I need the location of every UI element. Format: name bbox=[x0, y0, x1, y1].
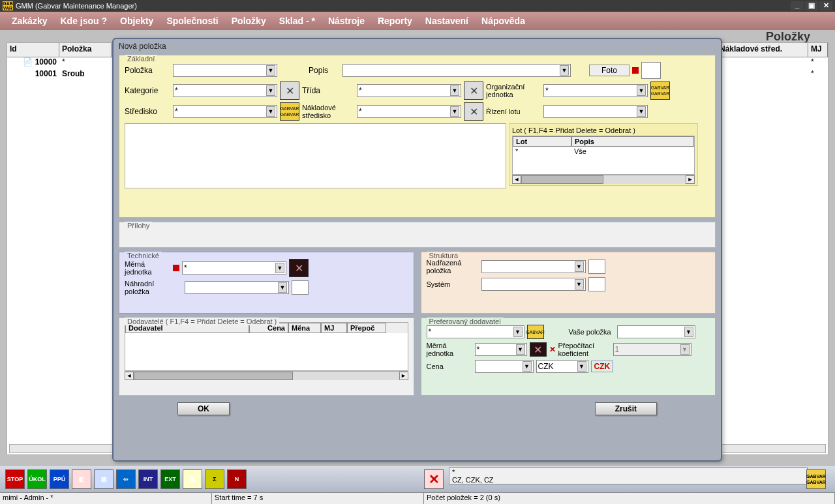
trida-x-icon[interactable]: ✕ bbox=[464, 82, 483, 100]
nahr-box[interactable] bbox=[292, 280, 309, 295]
status-start: Start time = 7 s bbox=[212, 493, 424, 504]
lbl-nadraz: Nadřazená položka bbox=[427, 259, 479, 274]
kategorie-combo[interactable]: *▼ bbox=[173, 84, 277, 97]
menu-sklad[interactable]: Sklad - * bbox=[273, 16, 322, 26]
minimize-button[interactable]: _ bbox=[791, 1, 804, 10]
mj-x-icon[interactable]: ✕ bbox=[289, 259, 309, 277]
dodav-grid[interactable]: Dodavatel Cena Měna MJ Přepoč bbox=[125, 322, 408, 371]
mj-combo[interactable]: *▼ bbox=[182, 261, 286, 274]
lbl-system: Systém bbox=[427, 280, 479, 288]
menu-zakazky[interactable]: Zakázky bbox=[5, 16, 53, 26]
org-gabvar-icon[interactable]: GABVARGABVAR bbox=[650, 82, 670, 100]
lbl-cena: Cena bbox=[427, 363, 472, 370]
polozka-combo[interactable]: ▼ bbox=[173, 64, 277, 77]
pmj-x-icon[interactable]: ✕ bbox=[530, 342, 547, 357]
bottom-toolbar: STOP ÚKOL PPÚ ◧ ▤ ⇦ INT EXT ▦ Σ N ✕ * CZ… bbox=[0, 466, 835, 492]
menu-spolecnosti[interactable]: Společnosti bbox=[160, 16, 224, 26]
new-item-dialog: Nová položka Základní Položka ▼ Popis ▼ … bbox=[112, 38, 722, 462]
mena-combo[interactable]: CZK▼ bbox=[536, 360, 588, 373]
lbl-rizeni: Řízení lotu bbox=[486, 108, 541, 115]
nakl-x-icon[interactable]: ✕ bbox=[464, 102, 483, 121]
big-x-icon[interactable]: ✕ bbox=[424, 469, 444, 489]
tool-icon-9[interactable]: ▦ bbox=[183, 469, 202, 489]
page-title: Položky bbox=[766, 30, 810, 44]
col-mj[interactable]: MJ bbox=[808, 43, 828, 57]
lbl-vase: Vaše položka bbox=[569, 328, 615, 336]
col-polozka[interactable]: Položka bbox=[59, 43, 112, 57]
n-icon[interactable]: N bbox=[227, 469, 247, 489]
status-count: Počet položek = 2 (0 s) bbox=[424, 493, 835, 504]
stredisko-combo[interactable]: *▼ bbox=[173, 105, 277, 118]
menu-napoveda[interactable]: Nápověda bbox=[475, 16, 532, 26]
dialog-title: Nová položka bbox=[114, 39, 721, 53]
nadraz-combo[interactable]: ▼ bbox=[481, 260, 586, 273]
menu-nastroje[interactable]: Nástroje bbox=[322, 16, 371, 26]
lbl-kategorie: Kategorie bbox=[125, 86, 170, 95]
menu-kdejsou[interactable]: Kde jsou ? bbox=[53, 16, 114, 26]
czk-badge: CZK bbox=[591, 361, 614, 372]
sigma-icon[interactable]: Σ bbox=[205, 469, 224, 489]
tool-icon-5[interactable]: ▤ bbox=[94, 469, 114, 489]
col-id[interactable]: Id bbox=[7, 43, 59, 57]
system-combo[interactable]: ▼ bbox=[481, 278, 586, 291]
kategorie-x-icon[interactable]: ✕ bbox=[280, 82, 299, 100]
lbl-stredisko: Středisko bbox=[125, 107, 170, 116]
nahr-combo[interactable]: ▼ bbox=[185, 281, 289, 294]
tool-icon-7[interactable]: INT bbox=[138, 469, 158, 489]
nakl-combo[interactable]: *▼ bbox=[357, 105, 461, 118]
nadraz-box[interactable] bbox=[588, 259, 605, 274]
org-combo[interactable]: *▼ bbox=[543, 84, 648, 97]
app-title: GMM (Gabvar Maintenance Manager) bbox=[16, 2, 789, 10]
red-square-icon bbox=[173, 265, 179, 271]
tool-icon-6[interactable]: ⇦ bbox=[116, 469, 136, 489]
app-logo-icon: GABVAR bbox=[3, 1, 13, 10]
stop-icon[interactable]: STOP bbox=[5, 469, 25, 489]
foto-button[interactable]: Foto bbox=[589, 65, 630, 76]
lbl-nahr: Náhradní položka bbox=[125, 280, 170, 295]
ok-button[interactable]: OK bbox=[177, 402, 230, 415]
trida-combo[interactable]: *▼ bbox=[357, 84, 461, 97]
lbl-org: Organizační jednotka bbox=[486, 83, 541, 98]
ppu-icon[interactable]: PPÚ bbox=[50, 469, 69, 489]
rizeni-combo[interactable]: ▼ bbox=[543, 105, 648, 118]
lbl-nakl: Nákladové středisko bbox=[302, 104, 354, 119]
lbl-koef: Přepočítací koeficient bbox=[558, 342, 611, 357]
stredisko-gabvar-icon[interactable]: GABVARGABVAR bbox=[280, 102, 299, 121]
popis-combo[interactable]: ▼ bbox=[342, 64, 571, 77]
koef-combo: 1▼ bbox=[613, 343, 691, 356]
pref-gabvar-icon[interactable]: GABVAR bbox=[527, 325, 544, 339]
pref-combo[interactable]: *▼ bbox=[427, 325, 524, 338]
group-prilohy: Přílohy bbox=[119, 222, 716, 248]
close-button[interactable]: ✕ bbox=[819, 1, 832, 10]
dodav-scroll[interactable]: ◄► bbox=[125, 371, 408, 380]
col-nstred[interactable]: Nákladové střed. bbox=[717, 43, 808, 57]
group-tech: Technické Měrná jednotka *▼ ✕ Náhradní p… bbox=[119, 252, 414, 314]
menu-polozky[interactable]: Položky bbox=[225, 16, 273, 26]
menu-objekty[interactable]: Objekty bbox=[114, 16, 160, 26]
lot-group: Lot ( F1,F4 = Přidat Delete = Odebrat ) … bbox=[509, 123, 698, 186]
status-user: mimi - Admin - * bbox=[0, 493, 212, 504]
foto-preview bbox=[641, 62, 661, 79]
pmj-combo[interactable]: *▼ bbox=[475, 343, 527, 356]
ukol-icon[interactable]: ÚKOL bbox=[27, 469, 47, 489]
tool-icon-4[interactable]: ◧ bbox=[72, 469, 91, 489]
tool-icon-8[interactable]: EXT bbox=[160, 469, 180, 489]
gabvar-icon[interactable]: GABVARGABVAR bbox=[806, 469, 826, 489]
lot-grid[interactable]: Lot Popis * Vše bbox=[512, 136, 695, 175]
menu-nastaveni[interactable]: Nastavení bbox=[419, 16, 475, 26]
group-zakladni: Základní Položka ▼ Popis ▼ Foto Kategori… bbox=[119, 55, 716, 218]
statusbar: mimi - Admin - * Start time = 7 s Počet … bbox=[0, 492, 835, 504]
menu-reporty[interactable]: Reporty bbox=[371, 16, 419, 26]
maximize-button[interactable]: ▣ bbox=[805, 1, 818, 10]
lot-scroll[interactable]: ◄► bbox=[512, 175, 695, 184]
lbl-popis: Popis bbox=[309, 66, 340, 75]
group-dodav: Dodavatelé ( F1,F4 = Přidat Delete = Ode… bbox=[119, 318, 414, 396]
system-box[interactable] bbox=[588, 277, 605, 291]
lbl-mj: Měrná jednotka bbox=[125, 260, 170, 276]
popis-textarea[interactable] bbox=[125, 123, 506, 188]
vase-combo[interactable]: ▼ bbox=[617, 325, 695, 338]
red-square-icon bbox=[632, 67, 639, 74]
cancel-button[interactable]: Zrušit bbox=[595, 402, 657, 415]
cena-input[interactable]: ▼ bbox=[475, 360, 534, 373]
toolbar-info: * CZ, CZK, CZ bbox=[449, 467, 808, 484]
